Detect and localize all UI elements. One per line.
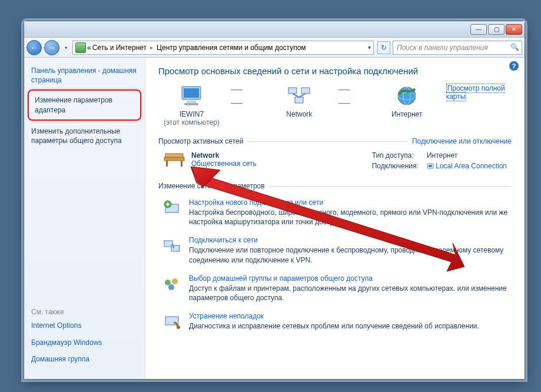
setting-troubleshoot[interactable]: Устранение неполадок Диагностика и испра… xyxy=(158,307,512,337)
content-body: ? Панель управления - домашняя страница … xyxy=(24,58,525,379)
network-name: Network xyxy=(191,151,257,160)
active-network-row: Network Общественная сеть Тип доступа: И… xyxy=(158,149,512,176)
svg-rect-10 xyxy=(164,157,184,161)
setting-title[interactable]: Настройка нового подключения или сети xyxy=(189,198,323,207)
sidebar-sharing-settings-link[interactable]: Изменить дополнительные параметры общего… xyxy=(31,127,138,145)
globe-icon xyxy=(394,84,420,108)
bench-icon xyxy=(163,151,185,169)
minimize-button[interactable]: — xyxy=(470,24,487,35)
svg-rect-1 xyxy=(184,88,199,98)
window-frame: — ▢ ✕ ← → ▾ « Сеть и Интернет ▸ Центр уп… xyxy=(24,21,525,380)
setting-connect-network[interactable]: Подключиться к сети Подключение или повт… xyxy=(158,231,512,269)
network-map-row: IEWIN7 (этот компьютер) — — Network — — … xyxy=(158,84,512,127)
main-panel: Просмотр основных сведений о сети и наст… xyxy=(145,58,525,379)
breadcrumb[interactable]: « Сеть и Интернет ▸ Центр управления сет… xyxy=(72,41,374,55)
network-type-link[interactable]: Общественная сеть xyxy=(191,160,257,168)
map-internet: Интернет xyxy=(374,84,440,118)
map-full-map: Просмотр полной карты xyxy=(446,84,512,101)
svg-point-24 xyxy=(177,325,180,329)
breadcrumb-dropdown-icon[interactable]: ▾ xyxy=(368,44,371,51)
map-this-pc-sub: (этот компьютер) xyxy=(158,118,225,127)
map-connector-icon: — — xyxy=(231,84,260,108)
breadcrumb-part-network[interactable]: Сеть и Интернет xyxy=(92,44,147,52)
map-network: Network xyxy=(266,84,333,118)
homegroup-icon xyxy=(162,274,182,294)
sidebar-firewall-link[interactable]: Брандмауэр Windows xyxy=(31,338,138,347)
connect-disconnect-link[interactable]: Подключение или отключение xyxy=(412,137,512,145)
svg-rect-6 xyxy=(295,97,303,103)
svg-rect-13 xyxy=(165,154,183,157)
map-network-label: Network xyxy=(266,110,333,118)
sidebar-adapter-settings-link[interactable]: Изменение параметров адаптера xyxy=(35,95,134,114)
map-this-computer: IEWIN7 (этот компьютер) xyxy=(158,84,225,127)
map-internet-label: Интернет xyxy=(374,110,440,118)
setting-desc: Настройка беспроводного, широкополосного… xyxy=(189,208,508,227)
search-icon: 🔍 xyxy=(510,43,519,51)
refresh-button[interactable]: ↻ xyxy=(377,41,390,54)
svg-point-21 xyxy=(172,278,178,284)
help-icon[interactable]: ? xyxy=(509,61,519,71)
change-settings-header: Изменение сетевых параметров xyxy=(158,182,512,190)
connect-network-icon xyxy=(162,236,182,256)
computer-icon xyxy=(178,84,204,108)
navbar: ← → ▾ « Сеть и Интернет ▸ Центр управлен… xyxy=(24,38,525,58)
settings-list: Настройка нового подключения или сети На… xyxy=(158,194,512,337)
page-title: Просмотр основных сведений о сети и наст… xyxy=(158,66,512,76)
setting-title[interactable]: Устранение неполадок xyxy=(189,312,264,320)
sidebar-home-link[interactable]: Панель управления - домашняя страница xyxy=(31,66,138,85)
svg-rect-2 xyxy=(187,101,196,103)
network-hub-icon xyxy=(286,84,312,108)
active-networks-title: Просмотр активных сетей xyxy=(158,137,243,145)
setting-desc: Подключение или повторное подключение к … xyxy=(189,245,508,264)
ethernet-icon xyxy=(427,162,434,170)
setting-homegroup[interactable]: Выбор домашней группы и параметров общег… xyxy=(158,270,512,307)
svg-rect-15 xyxy=(429,165,432,167)
active-networks-header: Просмотр активных сетей Подключение или … xyxy=(158,137,512,145)
change-settings-title: Изменение сетевых параметров xyxy=(158,182,265,190)
map-this-pc-name: IEWIN7 xyxy=(158,110,225,118)
svg-rect-3 xyxy=(184,103,198,105)
full-map-link[interactable]: Просмотр полной карты xyxy=(446,84,505,101)
new-connection-icon xyxy=(162,198,182,218)
sidebar-internet-options-link[interactable]: Internet Options xyxy=(31,321,138,330)
sidebar-homegroup-link[interactable]: Домашняя группа xyxy=(31,354,138,364)
svg-rect-5 xyxy=(301,88,310,94)
titlebar: — ▢ ✕ xyxy=(24,21,525,38)
breadcrumb-part-sharing-center[interactable]: Центр управления сетями и общим доступом xyxy=(157,44,306,52)
sidebar: Панель управления - домашняя страница Из… xyxy=(24,58,145,379)
troubleshoot-icon xyxy=(162,312,182,332)
svg-point-22 xyxy=(168,284,174,290)
access-type-value: Интернет xyxy=(427,151,507,160)
sidebar-seealso-title: См. также xyxy=(31,308,138,316)
setting-desc: Диагностика и исправление сетевых пробле… xyxy=(189,321,479,331)
svg-rect-12 xyxy=(181,161,182,167)
nav-forward-button[interactable]: → xyxy=(44,40,59,55)
setting-desc: Доступ к файлам и принтерам, расположенн… xyxy=(189,284,508,303)
map-connector-icon: — — xyxy=(338,84,368,108)
search-input[interactable]: Поиск в панели управления 🔍 xyxy=(393,41,522,55)
nav-history-dropdown[interactable]: ▾ xyxy=(62,40,70,55)
annotation-highlight: Изменение параметров адаптера xyxy=(28,89,141,120)
breadcrumb-sep-icon: ▸ xyxy=(148,44,155,51)
svg-rect-11 xyxy=(166,161,168,167)
svg-rect-4 xyxy=(288,88,297,94)
maximize-button[interactable]: ▢ xyxy=(488,24,505,35)
setting-title[interactable]: Подключиться к сети xyxy=(189,236,258,244)
setting-new-connection[interactable]: Настройка нового подключения или сети На… xyxy=(158,194,512,231)
access-type-label: Тип доступа: xyxy=(372,151,419,160)
breadcrumb-prefix: « xyxy=(87,44,91,52)
connection-link[interactable]: Local Area Connection xyxy=(436,162,507,170)
nav-back-button[interactable]: ← xyxy=(26,40,42,55)
svg-point-20 xyxy=(165,280,171,285)
connections-label: Подключения: xyxy=(372,162,419,170)
search-placeholder: Поиск в панели управления xyxy=(397,44,488,52)
control-panel-icon xyxy=(75,42,86,53)
setting-title[interactable]: Выбор домашней группы и параметров общег… xyxy=(189,274,373,283)
close-button[interactable]: ✕ xyxy=(506,24,522,35)
